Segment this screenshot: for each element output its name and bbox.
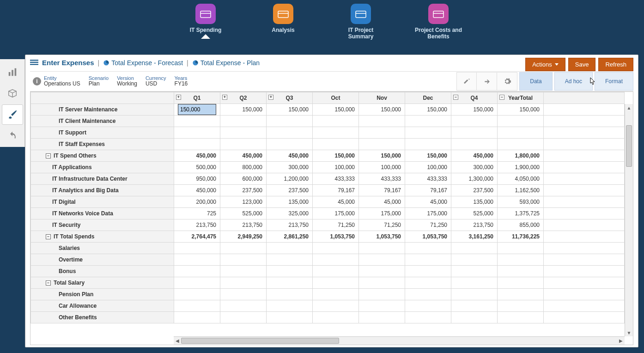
row-header[interactable]: IT Analytics and Big Data bbox=[31, 185, 174, 196]
grid-cell[interactable]: 175,000 bbox=[405, 208, 451, 219]
nav-tile-analysis[interactable]: Analysis bbox=[258, 4, 309, 33]
grid-cell[interactable] bbox=[498, 243, 544, 254]
grid-cell[interactable]: 325,000 bbox=[267, 208, 313, 219]
pov-scenario[interactable]: ScenarioPlan bbox=[89, 75, 109, 87]
row-header[interactable]: −Total Salary bbox=[31, 277, 174, 289]
grid-cell[interactable] bbox=[359, 139, 405, 150]
row-header[interactable]: IT Server Maintenance bbox=[31, 104, 174, 116]
grid-cell[interactable]: 135,000 bbox=[267, 196, 313, 208]
grid-cell[interactable] bbox=[267, 127, 313, 139]
grid-cell[interactable] bbox=[451, 277, 498, 289]
grid-cell[interactable]: 525,000 bbox=[451, 208, 498, 219]
actions-dropdown-button[interactable]: Actions bbox=[525, 58, 565, 71]
grid-cell[interactable] bbox=[498, 266, 544, 277]
grid-cell[interactable]: 237,500 bbox=[451, 185, 498, 196]
sidebar-chart-icon[interactable] bbox=[2, 62, 23, 82]
sidebar-cube-icon[interactable] bbox=[2, 83, 23, 103]
grid-cell[interactable]: 45,000 bbox=[313, 196, 359, 208]
grid-cell[interactable]: 433,333 bbox=[313, 173, 359, 185]
grid-cell[interactable] bbox=[451, 116, 498, 127]
grid-cell[interactable] bbox=[359, 116, 405, 127]
sidebar-brush-icon[interactable] bbox=[2, 104, 23, 125]
tab-data[interactable]: Data bbox=[519, 72, 552, 91]
grid-cell[interactable]: 150,000 bbox=[359, 150, 405, 162]
grid-cell[interactable] bbox=[220, 243, 267, 254]
grid-cell[interactable] bbox=[267, 300, 313, 312]
row-header[interactable]: Overtime bbox=[31, 254, 174, 266]
grid-cell[interactable] bbox=[359, 266, 405, 277]
grid-cell[interactable]: 150,000 bbox=[451, 104, 498, 116]
grid-cell[interactable] bbox=[405, 289, 451, 300]
scroll-thumb-vertical[interactable] bbox=[626, 125, 632, 167]
save-button[interactable]: Save bbox=[568, 58, 596, 71]
column-header-yeartotal[interactable]: −YearTotal bbox=[498, 92, 544, 104]
grid-cell[interactable]: 1,200,000 bbox=[267, 173, 313, 185]
grid-cell[interactable] bbox=[267, 312, 313, 323]
scroll-down-arrow-icon[interactable]: ▼ bbox=[625, 329, 633, 336]
grid-cell[interactable]: 1,800,000 bbox=[498, 150, 544, 162]
breadcrumb-plan[interactable]: Total Expense - Plan bbox=[192, 59, 260, 67]
column-header-q1[interactable]: +Q1 bbox=[174, 92, 220, 104]
tab-format[interactable]: Format bbox=[595, 72, 633, 91]
grid-cell[interactable]: 150,000 bbox=[359, 104, 405, 116]
edit-icon-button[interactable] bbox=[456, 72, 477, 91]
grid-cell[interactable]: 450,000 bbox=[174, 150, 220, 162]
column-header-q2[interactable]: +Q2 bbox=[220, 92, 267, 104]
row-header[interactable]: IT Support bbox=[31, 127, 174, 139]
grid-cell[interactable] bbox=[220, 312, 267, 323]
grid-cell[interactable]: 237,500 bbox=[267, 185, 313, 196]
settings-gear-icon-button[interactable] bbox=[497, 72, 517, 91]
column-expand-toggle[interactable]: + bbox=[268, 95, 273, 100]
grid-cell[interactable]: 100,000 bbox=[313, 162, 359, 173]
grid-cell[interactable] bbox=[220, 127, 267, 139]
column-header-q4[interactable]: −Q4 bbox=[451, 92, 498, 104]
grid-cell[interactable]: 150,000 bbox=[313, 150, 359, 162]
grid-cell[interactable]: 2,764,475 bbox=[174, 231, 220, 243]
grid-cell[interactable] bbox=[498, 116, 544, 127]
column-expand-toggle[interactable]: − bbox=[453, 95, 458, 100]
grid-cell[interactable] bbox=[405, 139, 451, 150]
grid-cell[interactable]: 433,333 bbox=[359, 173, 405, 185]
scroll-right-arrow-icon[interactable]: ▶ bbox=[617, 337, 625, 345]
grid-cell[interactable]: 123,000 bbox=[220, 196, 267, 208]
breadcrumb-forecast[interactable]: Total Expense - Forecast bbox=[103, 59, 183, 67]
grid-cell[interactable] bbox=[267, 116, 313, 127]
grid-cell[interactable] bbox=[267, 289, 313, 300]
grid-cell[interactable]: 950,000 bbox=[174, 173, 220, 185]
cell-editor-input[interactable] bbox=[178, 104, 216, 115]
grid-cell[interactable]: 71,250 bbox=[313, 219, 359, 231]
grid-cell[interactable]: 1,053,750 bbox=[359, 231, 405, 243]
grid-cell[interactable]: 135,000 bbox=[451, 196, 498, 208]
row-header[interactable]: IT Networks Voice Data bbox=[31, 208, 174, 219]
grid-cell[interactable]: 213,750 bbox=[451, 219, 498, 231]
grid-cell[interactable]: 150,000 bbox=[405, 150, 451, 162]
grid-cell[interactable] bbox=[313, 277, 359, 289]
grid-cell[interactable]: 433,333 bbox=[405, 173, 451, 185]
grid-cell[interactable]: 800,000 bbox=[220, 162, 267, 173]
grid-cell[interactable]: 725 bbox=[174, 208, 220, 219]
sidebar-undo-icon[interactable] bbox=[2, 126, 23, 146]
row-header[interactable]: −IT Total Spends bbox=[31, 231, 174, 243]
grid-cell[interactable]: 450,000 bbox=[267, 150, 313, 162]
grid-cell[interactable]: 100,000 bbox=[359, 162, 405, 173]
grid-cell[interactable]: 79,167 bbox=[359, 185, 405, 196]
grid-cell[interactable] bbox=[267, 254, 313, 266]
grid-cell[interactable] bbox=[359, 289, 405, 300]
grid-cell[interactable]: 450,000 bbox=[451, 150, 498, 162]
grid-cell[interactable] bbox=[220, 277, 267, 289]
row-header[interactable]: Car Allowance bbox=[31, 300, 174, 312]
grid-cell[interactable] bbox=[451, 243, 498, 254]
grid-cell[interactable]: 525,000 bbox=[220, 208, 267, 219]
grid-cell[interactable]: 175,000 bbox=[313, 208, 359, 219]
grid-cell[interactable] bbox=[313, 127, 359, 139]
grid-cell[interactable] bbox=[451, 266, 498, 277]
grid-cell[interactable]: 300,000 bbox=[267, 162, 313, 173]
grid-cell[interactable] bbox=[174, 243, 220, 254]
grid-cell[interactable] bbox=[220, 289, 267, 300]
vertical-scrollbar[interactable]: ▲ ▼ bbox=[625, 104, 633, 336]
grid-cell[interactable]: 1,162,500 bbox=[498, 185, 544, 196]
info-icon[interactable]: i bbox=[33, 77, 41, 85]
grid-cell[interactable]: 79,167 bbox=[405, 185, 451, 196]
scroll-left-arrow-icon[interactable]: ◀ bbox=[174, 337, 181, 345]
grid-cell[interactable] bbox=[405, 266, 451, 277]
